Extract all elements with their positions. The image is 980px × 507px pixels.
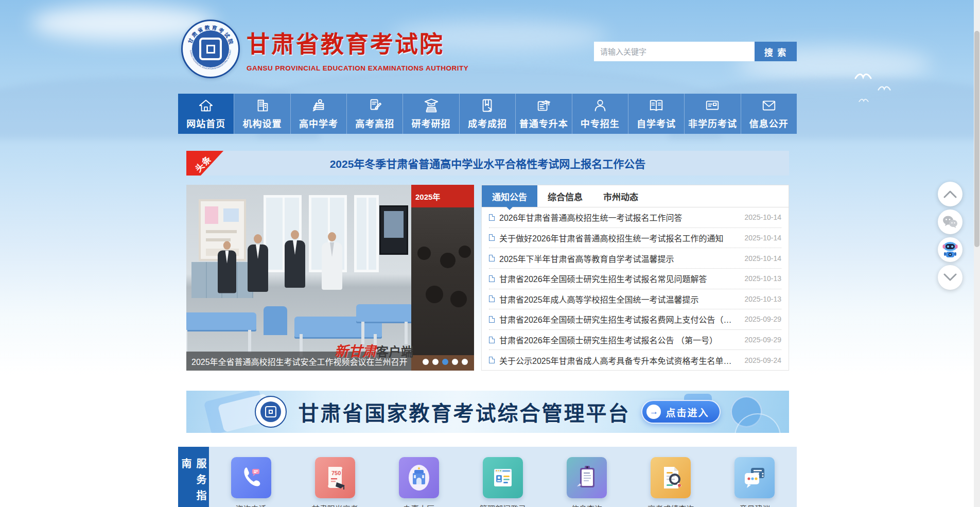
- carousel-next-slide-preview[interactable]: 2025年: [411, 185, 474, 371]
- document-icon: [489, 234, 495, 241]
- scroll-down-button[interactable]: [938, 265, 962, 290]
- envelope-icon: [761, 98, 777, 113]
- document-icon: [489, 214, 495, 221]
- photo-window: [354, 195, 379, 272]
- news-item[interactable]: 甘肃省2026年全国硕士研究生招生考试报名费网上支付公告（第二号） 2025-0…: [489, 309, 781, 330]
- nav-item-xxgk[interactable]: 信息公开: [741, 94, 797, 134]
- search-input[interactable]: [594, 42, 755, 61]
- search-button[interactable]: 搜 索: [755, 42, 797, 61]
- news-item[interactable]: 甘肃省2026年全国硕士研究生招生考试报名常见问题解答 2025-10-13: [489, 269, 781, 289]
- site-name: 甘肃省教育考试院: [247, 26, 468, 59]
- headline-badge: 头条: [186, 151, 229, 176]
- service-info-query[interactable]: 信息查询: [565, 457, 609, 507]
- svg-text:甘肃省教育考试院: 甘肃省教育考试院: [187, 24, 235, 46]
- phone-icon[interactable]: [231, 457, 271, 498]
- dove-icon: [859, 98, 869, 103]
- headline-title-link[interactable]: 2025年冬季甘肃省普通高中学业水平合格性考试网上报名工作公告: [330, 155, 646, 171]
- nav-item-ptzsb[interactable]: 普通专升本: [515, 94, 571, 134]
- score-search-icon[interactable]: [651, 457, 691, 498]
- platform-banner[interactable]: 甘肃省国家教育考试综合管理平台 → 点击进入: [186, 391, 789, 433]
- service-admin-login[interactable]: 管理部门登录: [481, 457, 525, 507]
- service-label: 信息查询: [571, 503, 602, 507]
- nav-item-zzzs[interactable]: 中专招生: [572, 94, 628, 134]
- nav-item-org[interactable]: 机构设置: [234, 94, 290, 134]
- service-service-hall[interactable]: 办事大厅: [397, 457, 441, 507]
- site-title: 甘肃省教育考试院 GANSU PROVINCIAL EDUCATION EXAM…: [247, 26, 468, 72]
- nav-item-label: 非学历考试: [688, 116, 737, 130]
- service-sunshine-gk[interactable]: 750 甘肃阳光高考: [313, 457, 357, 507]
- nav-item-ykyz[interactable]: 研考研招: [402, 94, 459, 134]
- nav-item-ckcz[interactable]: 成考成招: [459, 94, 515, 134]
- news-item[interactable]: 甘肃省2025年成人高等学校招生全国统一考试温馨提示 2025-10-13: [489, 289, 781, 310]
- nav-item-fxlks[interactable]: 非学历考试: [684, 94, 740, 134]
- news-item[interactable]: 关于公示2025年甘肃省成人高考具备专升本免试资格考生名单的公告 2025-09…: [489, 350, 781, 370]
- scroll-top-button[interactable]: [938, 182, 962, 206]
- document-icon: [489, 275, 495, 282]
- nav-item-home[interactable]: 网站首页: [178, 94, 234, 134]
- services-section: 服务指南 咨询电话 750 甘肃阳光高考 办事大厅 管理部门登录 信息查询 高考…: [178, 447, 797, 507]
- news-item-title[interactable]: 甘肃省2025年成人高等学校招生全国统一考试温馨提示: [499, 293, 740, 305]
- wechat-button[interactable]: [938, 209, 962, 234]
- news-item-date: 2025-10-13: [744, 295, 781, 303]
- site-name-en: GANSU PROVINCIAL EDUCATION EXAMINATIONS …: [247, 64, 468, 72]
- hall-building-icon[interactable]: [399, 457, 439, 498]
- photo-person: [284, 230, 306, 288]
- dove-icon: [854, 72, 872, 80]
- news-item-title[interactable]: 甘肃省2026年全国硕士研究生招生考试报名公告 （第一号）: [499, 334, 740, 346]
- service-score-query[interactable]: 高考成绩查询: [649, 457, 693, 507]
- site-logo[interactable]: 甘肃省教育考试院 GANSU PROVINCIAL EDUCATION EXAM…: [181, 20, 240, 78]
- news-item-title[interactable]: 2026年甘肃省普通高校招生统一考试报名工作问答: [499, 211, 740, 223]
- admin-login-icon[interactable]: [483, 457, 523, 498]
- carousel-dot-1[interactable]: [423, 359, 429, 365]
- search-box: 搜 索: [594, 42, 797, 61]
- feedback-icon[interactable]: [734, 457, 775, 498]
- news-item[interactable]: 2025年下半年甘肃省高等教育自学考试温馨提示 2025-10-14: [489, 248, 781, 269]
- tab-general-info[interactable]: 综合信息: [537, 185, 593, 207]
- carousel-dot-3[interactable]: [442, 359, 448, 365]
- scrollbar-thumb[interactable]: [974, 31, 979, 247]
- nav-item-label: 成考成招: [468, 116, 507, 130]
- nav-item-zxks[interactable]: 自学考试: [628, 94, 684, 134]
- news-item[interactable]: 2026年甘肃省普通高校招生统一考试报名工作问答 2025-10-14: [489, 207, 781, 228]
- document-icon: [489, 295, 495, 302]
- site-header: 甘肃省教育考试院 GANSU PROVINCIAL EDUCATION EXAM…: [178, 15, 797, 85]
- service-label: 高考成绩查询: [647, 503, 694, 507]
- watermark-dark-text: 客户端: [376, 345, 413, 359]
- home-icon: [198, 98, 214, 113]
- news-item-title[interactable]: 关于公示2025年甘肃省成人高考具备专升本免试资格考生名单的公告: [499, 354, 740, 366]
- nav-item-label: 自学考试: [637, 116, 676, 130]
- carousel-dot-5[interactable]: [462, 359, 468, 365]
- scrollbar-track[interactable]: [974, 0, 980, 507]
- tab-city-news[interactable]: 市州动态: [593, 185, 649, 207]
- banner-enter-button[interactable]: → 点击进入: [641, 400, 720, 424]
- nav-item-label: 高中学考: [299, 116, 338, 130]
- carousel-dot-4[interactable]: [452, 359, 458, 365]
- nav-item-gkgz[interactable]: 高考高招: [346, 94, 402, 134]
- carousel-dots: [423, 359, 468, 365]
- score-scroll-icon[interactable]: 750: [315, 457, 355, 498]
- news-item-title[interactable]: 关于做好2026年甘肃省普通高校招生统一考试报名工作的通知: [499, 232, 740, 244]
- service-feedback[interactable]: 意见建议: [732, 457, 777, 507]
- news-carousel[interactable]: 新甘肃客户端 2025年全省普通高校招生考试安全工作视频会议在兰州召开 2025…: [186, 185, 474, 371]
- info-clipboard-icon[interactable]: [567, 457, 607, 498]
- exam-write-icon: [367, 98, 382, 113]
- news-item-title[interactable]: 甘肃省2026年全国硕士研究生招生考试报名常见问题解答: [499, 272, 740, 285]
- robot-icon: [941, 241, 959, 258]
- service-hotline[interactable]: 咨询电话: [229, 457, 273, 507]
- news-item[interactable]: 关于做好2026年甘肃省普通高校招生统一考试报名工作的通知 2025-10-14: [489, 228, 781, 249]
- carousel-dot-2[interactable]: [432, 359, 439, 365]
- nav-item-gzxk[interactable]: 高中学考: [290, 94, 346, 134]
- news-item-date: 2025-09-29: [744, 315, 781, 323]
- news-item-title[interactable]: 甘肃省2026年全国硕士研究生招生考试报名费网上支付公告（第二号）: [499, 313, 740, 325]
- watermark-red-text: 新甘肃: [335, 344, 376, 359]
- news-item-title[interactable]: 2025年下半年甘肃省高等教育自学考试温馨提示: [499, 252, 740, 265]
- ai-assistant-button[interactable]: [938, 237, 962, 262]
- headline-banner: 头条 2025年冬季甘肃省普通高中学业水平合格性考试网上报名工作公告: [186, 151, 789, 176]
- news-item[interactable]: 甘肃省2026年全国硕士研究生招生考试报名公告 （第一号） 2025-09-29: [489, 330, 781, 351]
- service-label: 甘肃阳光高考: [312, 503, 358, 507]
- nav-item-label: 中专招生: [581, 116, 620, 130]
- tab-notices[interactable]: 通知公告: [482, 185, 537, 207]
- nav-item-label: 信息公开: [749, 116, 789, 130]
- banner-enter-label: 点击进入: [666, 405, 709, 419]
- books-apple-icon: [311, 98, 326, 113]
